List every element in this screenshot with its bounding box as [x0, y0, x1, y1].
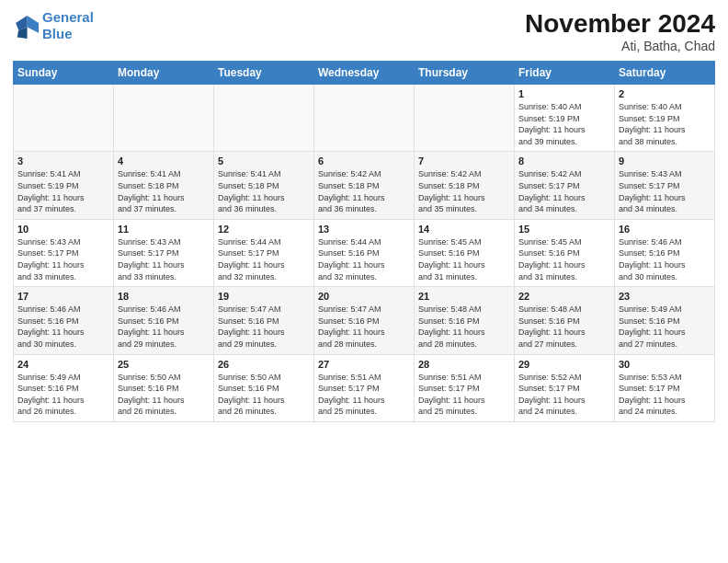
subtitle: Ati, Batha, Chad [525, 39, 715, 53]
week-row-4: 17Sunrise: 5:46 AM Sunset: 5:16 PM Dayli… [14, 287, 715, 354]
day-info: Sunrise: 5:47 AM Sunset: 5:16 PM Dayligh… [318, 304, 410, 350]
day-number: 21 [418, 291, 510, 302]
calendar-cell: 11Sunrise: 5:43 AM Sunset: 5:17 PM Dayli… [114, 219, 214, 286]
calendar-cell: 14Sunrise: 5:45 AM Sunset: 5:16 PM Dayli… [415, 219, 515, 286]
weekday-header-sunday: Sunday [14, 62, 114, 85]
week-row-5: 24Sunrise: 5:49 AM Sunset: 5:16 PM Dayli… [14, 354, 715, 421]
day-number: 11 [118, 224, 210, 235]
logo-icon [13, 13, 39, 39]
calendar-cell: 21Sunrise: 5:48 AM Sunset: 5:16 PM Dayli… [415, 287, 515, 354]
day-info: Sunrise: 5:46 AM Sunset: 5:16 PM Dayligh… [118, 304, 210, 350]
weekday-header-tuesday: Tuesday [214, 62, 314, 85]
calendar-cell: 3Sunrise: 5:41 AM Sunset: 5:19 PM Daylig… [14, 152, 114, 219]
calendar-cell: 27Sunrise: 5:51 AM Sunset: 5:17 PM Dayli… [314, 354, 415, 421]
day-number: 17 [17, 291, 109, 302]
calendar-cell: 2Sunrise: 5:40 AM Sunset: 5:19 PM Daylig… [615, 85, 715, 152]
day-number: 20 [318, 291, 410, 302]
day-number: 29 [518, 359, 610, 370]
day-number: 3 [17, 155, 109, 167]
day-number: 2 [619, 88, 711, 99]
logo: General Blue [13, 9, 94, 42]
calendar-table: SundayMondayTuesdayWednesdayThursdayFrid… [13, 61, 715, 422]
calendar-cell: 19Sunrise: 5:47 AM Sunset: 5:16 PM Dayli… [214, 287, 314, 354]
logo-line2: Blue [42, 26, 73, 41]
day-number: 22 [518, 291, 610, 302]
day-info: Sunrise: 5:42 AM Sunset: 5:18 PM Dayligh… [418, 168, 510, 214]
calendar-cell: 28Sunrise: 5:51 AM Sunset: 5:17 PM Dayli… [415, 354, 515, 421]
calendar-cell: 8Sunrise: 5:42 AM Sunset: 5:17 PM Daylig… [515, 152, 615, 219]
day-info: Sunrise: 5:41 AM Sunset: 5:18 PM Dayligh… [118, 168, 210, 214]
day-info: Sunrise: 5:44 AM Sunset: 5:17 PM Dayligh… [218, 236, 310, 282]
calendar-cell: 1Sunrise: 5:40 AM Sunset: 5:19 PM Daylig… [515, 85, 615, 152]
day-info: Sunrise: 5:40 AM Sunset: 5:19 PM Dayligh… [619, 101, 711, 147]
calendar-cell: 16Sunrise: 5:46 AM Sunset: 5:16 PM Dayli… [615, 219, 715, 286]
day-info: Sunrise: 5:51 AM Sunset: 5:17 PM Dayligh… [418, 372, 510, 418]
calendar-cell: 6Sunrise: 5:42 AM Sunset: 5:18 PM Daylig… [314, 152, 415, 219]
day-info: Sunrise: 5:48 AM Sunset: 5:16 PM Dayligh… [418, 304, 510, 350]
calendar-cell: 4Sunrise: 5:41 AM Sunset: 5:18 PM Daylig… [114, 152, 214, 219]
weekday-header-thursday: Thursday [415, 62, 515, 85]
calendar-cell: 17Sunrise: 5:46 AM Sunset: 5:16 PM Dayli… [14, 287, 114, 354]
calendar-cell: 9Sunrise: 5:43 AM Sunset: 5:17 PM Daylig… [615, 152, 715, 219]
day-info: Sunrise: 5:43 AM Sunset: 5:17 PM Dayligh… [17, 236, 109, 282]
logo-line1: General [42, 9, 94, 25]
day-info: Sunrise: 5:45 AM Sunset: 5:16 PM Dayligh… [418, 236, 510, 282]
day-info: Sunrise: 5:48 AM Sunset: 5:16 PM Dayligh… [518, 304, 610, 350]
logo-text: General Blue [42, 9, 94, 42]
day-info: Sunrise: 5:49 AM Sunset: 5:16 PM Dayligh… [17, 372, 109, 418]
day-info: Sunrise: 5:41 AM Sunset: 5:18 PM Dayligh… [218, 168, 310, 214]
day-info: Sunrise: 5:50 AM Sunset: 5:16 PM Dayligh… [218, 372, 310, 418]
day-number: 12 [218, 224, 310, 235]
day-number: 19 [218, 291, 310, 302]
day-info: Sunrise: 5:46 AM Sunset: 5:16 PM Dayligh… [619, 236, 711, 282]
day-number: 23 [619, 291, 711, 302]
week-row-2: 3Sunrise: 5:41 AM Sunset: 5:19 PM Daylig… [14, 152, 715, 219]
calendar-cell: 13Sunrise: 5:44 AM Sunset: 5:16 PM Dayli… [314, 219, 415, 286]
day-number: 10 [17, 224, 109, 235]
page: General Blue November 2024 Ati, Batha, C… [0, 0, 728, 563]
day-info: Sunrise: 5:50 AM Sunset: 5:16 PM Dayligh… [118, 372, 210, 418]
day-number: 4 [118, 155, 210, 167]
day-info: Sunrise: 5:44 AM Sunset: 5:16 PM Dayligh… [318, 236, 410, 282]
week-row-3: 10Sunrise: 5:43 AM Sunset: 5:17 PM Dayli… [14, 219, 715, 286]
weekday-header-monday: Monday [114, 62, 214, 85]
day-number: 7 [418, 155, 510, 167]
day-info: Sunrise: 5:43 AM Sunset: 5:17 PM Dayligh… [118, 236, 210, 282]
day-info: Sunrise: 5:42 AM Sunset: 5:17 PM Dayligh… [518, 168, 610, 214]
calendar-cell: 5Sunrise: 5:41 AM Sunset: 5:18 PM Daylig… [214, 152, 314, 219]
day-info: Sunrise: 5:47 AM Sunset: 5:16 PM Dayligh… [218, 304, 310, 350]
day-info: Sunrise: 5:53 AM Sunset: 5:17 PM Dayligh… [619, 372, 711, 418]
day-number: 1 [518, 88, 610, 99]
day-number: 25 [118, 359, 210, 370]
calendar-cell: 23Sunrise: 5:49 AM Sunset: 5:16 PM Dayli… [615, 287, 715, 354]
day-info: Sunrise: 5:46 AM Sunset: 5:16 PM Dayligh… [17, 304, 109, 350]
day-number: 14 [418, 224, 510, 235]
day-number: 30 [619, 359, 711, 370]
title-block: November 2024 Ati, Batha, Chad [525, 9, 715, 53]
day-number: 13 [318, 224, 410, 235]
calendar-cell [214, 85, 314, 152]
header: General Blue November 2024 Ati, Batha, C… [13, 9, 715, 53]
day-number: 26 [218, 359, 310, 370]
week-row-1: 1Sunrise: 5:40 AM Sunset: 5:19 PM Daylig… [14, 85, 715, 152]
day-number: 27 [318, 359, 410, 370]
day-info: Sunrise: 5:43 AM Sunset: 5:17 PM Dayligh… [619, 168, 711, 214]
calendar-cell: 20Sunrise: 5:47 AM Sunset: 5:16 PM Dayli… [314, 287, 415, 354]
calendar-cell [314, 85, 415, 152]
weekday-header-wednesday: Wednesday [314, 62, 415, 85]
calendar-cell: 15Sunrise: 5:45 AM Sunset: 5:16 PM Dayli… [515, 219, 615, 286]
calendar-cell: 12Sunrise: 5:44 AM Sunset: 5:17 PM Dayli… [214, 219, 314, 286]
day-number: 8 [518, 155, 610, 167]
calendar-cell: 24Sunrise: 5:49 AM Sunset: 5:16 PM Dayli… [14, 354, 114, 421]
calendar-cell: 29Sunrise: 5:52 AM Sunset: 5:17 PM Dayli… [515, 354, 615, 421]
calendar-cell: 7Sunrise: 5:42 AM Sunset: 5:18 PM Daylig… [415, 152, 515, 219]
weekday-header-row: SundayMondayTuesdayWednesdayThursdayFrid… [14, 62, 715, 85]
day-info: Sunrise: 5:41 AM Sunset: 5:19 PM Dayligh… [17, 168, 109, 214]
day-number: 16 [619, 224, 711, 235]
calendar-cell [14, 85, 114, 152]
calendar-cell [114, 85, 214, 152]
day-number: 5 [218, 155, 310, 167]
weekday-header-saturday: Saturday [615, 62, 715, 85]
weekday-header-friday: Friday [515, 62, 615, 85]
day-number: 18 [118, 291, 210, 302]
